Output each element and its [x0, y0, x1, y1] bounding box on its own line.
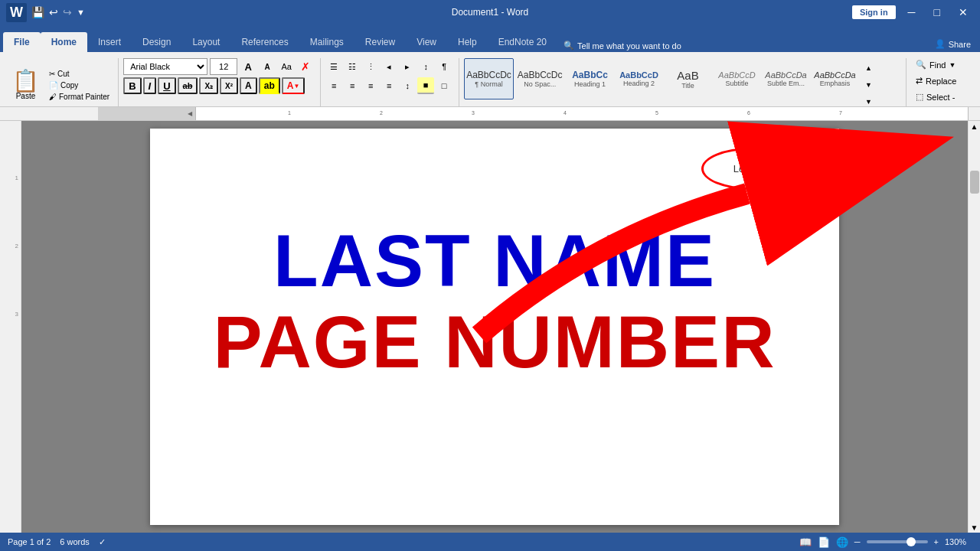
view-web-icon[interactable]: 🌐 [836, 536, 848, 548]
style-subtitle[interactable]: AaBbCcD Subtitle [714, 58, 761, 99]
last-name-text: LAST NAME [181, 220, 808, 302]
document-scroll-area[interactable]: Lopez 1 LAST NAME PAGE NUMBER [21, 121, 968, 533]
font-name-select[interactable]: Arial Black [123, 58, 207, 75]
page-count[interactable]: Page 1 of 2 [8, 537, 51, 547]
status-left: Page 1 of 2 6 words ✓ [8, 537, 106, 547]
paste-button[interactable]: 📋 Paste [8, 69, 44, 102]
shading-button[interactable]: ■ [417, 77, 434, 94]
copy-icon: 📄 [49, 81, 58, 90]
zoom-thumb[interactable] [906, 537, 916, 546]
cut-button[interactable]: ✂ Cut [47, 69, 112, 79]
zoom-in-button[interactable]: + [934, 537, 939, 546]
tab-review[interactable]: Review [354, 32, 406, 52]
borders-button[interactable]: □ [436, 77, 452, 94]
style-h1-preview: AaBbCc [572, 70, 608, 80]
clear-format-button[interactable]: ✗ [297, 58, 314, 75]
replace-button[interactable]: ⇄ Replace [911, 74, 972, 87]
redo-icon[interactable]: ↪ [63, 6, 72, 18]
align-right-button[interactable]: ≡ [362, 77, 379, 94]
find-button[interactable]: 🔍 Find ▼ [911, 58, 972, 71]
customize-icon[interactable]: ▼ [77, 8, 85, 17]
zoom-out-button[interactable]: ─ [854, 537, 861, 546]
minimize-button[interactable]: ─ [902, 5, 922, 20]
style-normal[interactable]: AaBbCcDc ¶ Normal [464, 58, 514, 99]
word-count[interactable]: 6 words [60, 537, 90, 547]
font-color-button[interactable]: A [240, 77, 257, 94]
style-nospace[interactable]: AaBbCcDc No Spac... [515, 58, 565, 99]
italic-button[interactable]: I [143, 77, 157, 94]
sort-button[interactable]: ↕ [417, 58, 434, 75]
undo-icon[interactable]: ↩ [49, 6, 58, 18]
style-title[interactable]: AaB Title [665, 58, 712, 99]
style-emphasis-preview: AaBbCcDa [814, 70, 855, 80]
share-button[interactable]: 👤 Share [935, 39, 977, 52]
right-scrollbar[interactable]: ▲ ▼ [968, 121, 980, 533]
bold-button[interactable]: B [123, 77, 141, 94]
style-h1[interactable]: AaBbCc Heading 1 [567, 58, 614, 99]
style-title-preview: AaB [677, 69, 698, 82]
close-button[interactable]: ✕ [952, 5, 974, 20]
tab-endnote[interactable]: EndNote 20 [488, 32, 557, 52]
decrease-indent-button[interactable]: ◂ [381, 58, 397, 75]
line-spacing-button[interactable]: ↕ [399, 77, 416, 94]
subscript-button[interactable]: X₂ [199, 77, 218, 94]
style-subtle-em[interactable]: AaBbCcDa Subtle Em... [763, 58, 810, 99]
zoom-slider[interactable] [867, 540, 928, 543]
tab-view[interactable]: View [406, 32, 447, 52]
bullets-button[interactable]: ☰ [325, 58, 342, 75]
ruler-main: 1 2 3 4 5 6 7 [196, 107, 968, 120]
increase-font-button[interactable]: A [240, 58, 256, 75]
format-painter-button[interactable]: 🖌 Format Painter [47, 92, 112, 102]
margin-num-2: 2 [15, 243, 18, 249]
style-emphasis[interactable]: AaBbCcDa Emphasis [812, 58, 859, 99]
increase-indent-button[interactable]: ▸ [399, 58, 416, 75]
show-hide-button[interactable]: ¶ [436, 58, 452, 75]
tell-me-box[interactable]: 🔍 Tell me what you want to do [564, 41, 681, 52]
tab-mailings[interactable]: Mailings [299, 32, 354, 52]
view-read-icon[interactable]: 📖 [799, 536, 812, 548]
styles-scroll-down[interactable]: ▼ [861, 77, 877, 93]
tab-file[interactable]: File [3, 32, 41, 52]
tab-home[interactable]: Home [41, 32, 87, 52]
superscript-button[interactable]: X² [220, 77, 238, 94]
change-case-button[interactable]: Aa [278, 58, 295, 75]
tab-layout[interactable]: Layout [181, 32, 230, 52]
select-button[interactable]: ⬚ Select - [911, 90, 972, 103]
style-h2[interactable]: AaBbCcD Heading 2 [616, 58, 663, 99]
highlight-button[interactable]: ab [259, 77, 280, 94]
select-icon: ⬚ [916, 92, 923, 102]
decrease-font-button[interactable]: A [259, 58, 276, 75]
scroll-thumb[interactable] [970, 171, 979, 194]
justify-button[interactable]: ≡ [381, 77, 397, 94]
tab-references[interactable]: References [230, 32, 299, 52]
scroll-up-button[interactable]: ▲ [969, 121, 980, 132]
align-center-button[interactable]: ≡ [344, 77, 361, 94]
numbering-button[interactable]: ☷ [344, 58, 361, 75]
styles-gallery: AaBbCcDc ¶ Normal AaBbCcDc No Spac... Aa… [464, 58, 901, 112]
format-painter-icon: 🖌 [49, 93, 57, 101]
copy-button[interactable]: 📄 Copy [47, 80, 112, 90]
save-icon[interactable]: 💾 [31, 6, 44, 18]
paste-label: Paste [16, 92, 36, 100]
ruler-marker7: 7 [839, 110, 842, 116]
tab-insert[interactable]: Insert [87, 32, 132, 52]
styles-scroll-up[interactable]: ▲ [861, 60, 877, 77]
zoom-level[interactable]: 130% [945, 537, 972, 546]
multilevel-list-button[interactable]: ⋮ [362, 58, 379, 75]
scroll-down-button[interactable]: ▼ [969, 522, 980, 533]
font-color2-button[interactable]: A▼ [282, 77, 305, 94]
underline-button[interactable]: U [158, 77, 175, 94]
strikethrough-button[interactable]: ab [178, 77, 198, 94]
font-size-input[interactable] [210, 58, 237, 75]
sign-in-button[interactable]: Sign in [852, 5, 896, 19]
document-page: Lopez 1 LAST NAME PAGE NUMBER [150, 129, 839, 525]
proofing-icon[interactable]: ✓ [99, 537, 106, 547]
align-left-button[interactable]: ≡ [325, 77, 342, 94]
restore-button[interactable]: □ [928, 5, 946, 20]
tab-design[interactable]: Design [132, 32, 181, 52]
style-h2-preview: AaBbCcD [619, 70, 658, 80]
left-margin: 1 2 3 [0, 121, 21, 533]
view-print-icon[interactable]: 📄 [818, 536, 830, 548]
font-row2: B I U ab X₂ X² A ab A▼ [123, 77, 314, 94]
tab-help[interactable]: Help [447, 32, 488, 52]
